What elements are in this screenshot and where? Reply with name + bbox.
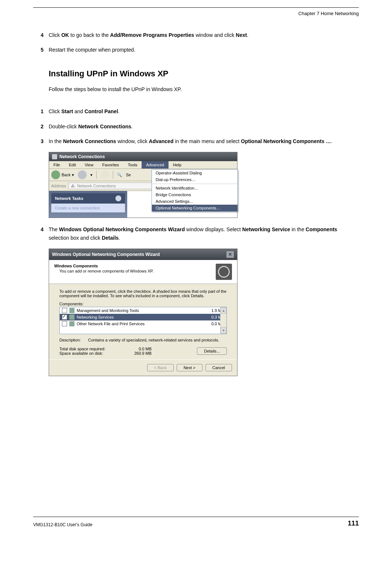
description-label: Description: xyxy=(59,338,85,342)
step-3-xp: 3 In the Network Connections window, cli… xyxy=(33,137,359,145)
dropdown-arrow-icon: ▾ xyxy=(72,173,74,177)
menu-tools[interactable]: Tools xyxy=(124,161,142,169)
component-row-other[interactable]: Other Network File and Print Services 0.… xyxy=(60,320,226,327)
component-icon xyxy=(69,308,74,313)
figure-network-connections: Network Connections File Edit View Favor… xyxy=(49,152,359,218)
address-label: Address xyxy=(51,184,66,188)
menu-edit[interactable]: Edit xyxy=(65,161,80,169)
search-label-partial: Se xyxy=(126,173,131,177)
back-button[interactable]: Back ▾ xyxy=(51,170,74,179)
next-button[interactable]: Next > xyxy=(177,364,202,371)
nc-sidepanel: Network Tasks Create a new connection xyxy=(49,191,127,218)
back-button: < Back xyxy=(147,364,174,371)
search-icon: 🔍 xyxy=(117,173,122,177)
separator xyxy=(113,171,113,179)
wiz-body: To add or remove a component, click the … xyxy=(49,284,237,359)
wiz-disk-stats: Total disk space required: 0.0 MB Space … xyxy=(59,347,197,355)
step-1-xp: 1 Click Start and Control Panel. xyxy=(33,107,359,115)
dd-optional-networking[interactable]: Optional Networking Components… xyxy=(152,205,237,211)
component-icon xyxy=(69,321,74,326)
checkbox[interactable] xyxy=(62,315,67,320)
step-text: Click Start and Control Panel. xyxy=(49,107,359,115)
task-create-connection[interactable]: Create a new connection xyxy=(55,206,100,210)
close-button[interactable]: ✕ xyxy=(226,251,234,258)
section-heading: Installing UPnP in Windows XP xyxy=(49,69,359,79)
step-4-xp: 4 The Windows Optional Networking Compon… xyxy=(33,225,359,242)
collapse-icon xyxy=(115,195,121,201)
details-button[interactable]: Details... xyxy=(197,347,227,355)
address-value: Network Connections xyxy=(77,184,116,188)
dd-bridge-conn[interactable]: Bridge Connections xyxy=(152,191,237,198)
menu-view[interactable]: View xyxy=(80,161,98,169)
dd-operator-assisted[interactable]: Operator-Assisted Dialing xyxy=(152,170,237,176)
stat-required-value: 0.0 MB xyxy=(126,347,152,351)
figure-components-wizard: Windows Optional Networking Components W… xyxy=(49,249,359,376)
step-text: Double-click Network Connections. xyxy=(49,122,359,131)
components-listbox[interactable]: Management and Monitoring Tools 1.9 MB N… xyxy=(59,307,227,334)
step-text: The Windows Optional Networking Componen… xyxy=(49,225,359,242)
wiz-description: Description: Contains a variety of speci… xyxy=(59,338,227,342)
window-icon xyxy=(52,154,57,159)
back-icon xyxy=(51,170,60,179)
step-number: 5 xyxy=(33,46,44,54)
wiz-title: Windows Optional Networking Components W… xyxy=(52,252,160,257)
menu-file[interactable]: File xyxy=(49,161,65,169)
footer-rule xyxy=(33,517,359,517)
component-icon xyxy=(69,315,74,320)
dropdown-arrow-icon: ▾ xyxy=(90,173,93,177)
scrollbar[interactable]: ▴ ▾ xyxy=(220,307,226,334)
stat-required-label: Total disk space required: xyxy=(59,347,126,351)
menu-advanced[interactable]: Advanced xyxy=(142,161,169,169)
nc-menubar: File Edit View Favorites Tools Advanced … xyxy=(49,161,237,169)
address-icon: 🖧 xyxy=(71,184,75,188)
window-wizard: Windows Optional Networking Components W… xyxy=(49,249,237,376)
dd-adv-settings[interactable]: Advanced Settings… xyxy=(152,198,237,205)
step-number: 4 xyxy=(33,225,44,242)
network-tasks-list: Create a new connection xyxy=(51,204,125,212)
description-text: Contains a variety of specialized, netwo… xyxy=(88,338,219,342)
wiz-instruction: To add or remove a component, click the … xyxy=(59,289,227,298)
top-rule xyxy=(33,7,359,8)
network-tasks-header[interactable]: Network Tasks xyxy=(51,193,125,204)
component-row-mgmt[interactable]: Management and Monitoring Tools 1.9 MB xyxy=(60,307,226,314)
stat-available-value: 260.9 MB xyxy=(126,351,152,355)
wiz-header: Windows Components You can add or remove… xyxy=(49,260,237,284)
step-text: In the Network Connections window, click… xyxy=(49,137,359,145)
wiz-footer: < Back Next > Cancel xyxy=(49,359,237,376)
section-intro: Follow the steps below to install the UP… xyxy=(49,85,359,93)
page-footer: VMG1312-B10C User's Guide 111 xyxy=(33,520,359,527)
component-row-networking[interactable]: Networking Services 0.3 MB xyxy=(60,314,226,320)
checkbox[interactable] xyxy=(62,308,67,313)
scroll-down-icon[interactable]: ▾ xyxy=(221,327,226,334)
cancel-button[interactable]: Cancel xyxy=(205,364,232,371)
scroll-up-icon[interactable]: ▴ xyxy=(221,307,226,314)
menu-help[interactable]: Help xyxy=(169,161,186,169)
wiz-titlebar: Windows Optional Networking Components W… xyxy=(49,249,237,260)
step-5-top: 5 Restart the computer when prompted. xyxy=(33,46,359,54)
dd-network-id[interactable]: Network Identification… xyxy=(152,185,237,191)
stat-available-label: Space available on disk: xyxy=(59,351,126,355)
window-network-connections: Network Connections File Edit View Favor… xyxy=(49,152,237,218)
cd-icon xyxy=(216,264,232,280)
step-number: 1 xyxy=(33,107,44,115)
advanced-dropdown-menu: Operator-Assisted Dialing Dial-up Prefer… xyxy=(152,169,238,212)
step-number: 4 xyxy=(33,31,44,39)
chapter-header: Chapter 7 Home Networking xyxy=(33,11,359,16)
dd-separator xyxy=(152,184,237,184)
step-text: Click OK to go back to the Add/Remove Pr… xyxy=(49,31,359,39)
footer-guide-name: VMG1312-B10C User's Guide xyxy=(33,522,92,527)
nc-title: Network Connections xyxy=(59,154,105,159)
step-text: Restart the computer when prompted. xyxy=(49,46,359,54)
menu-favorites[interactable]: Favorites xyxy=(98,161,123,169)
wiz-header-subtitle: You can add or remove components of Wind… xyxy=(59,269,154,273)
separator xyxy=(96,171,97,179)
forward-button[interactable] xyxy=(78,170,87,179)
step-number: 3 xyxy=(33,137,44,145)
step-number: 2 xyxy=(33,122,44,131)
checkbox[interactable] xyxy=(62,321,67,326)
dd-dialup-prefs[interactable]: Dial-up Preferences… xyxy=(152,176,237,183)
step-4-top: 4 Click OK to go back to the Add/Remove … xyxy=(33,31,359,39)
components-label: Components: xyxy=(59,302,227,306)
up-button[interactable] xyxy=(100,170,109,179)
nc-titlebar: Network Connections xyxy=(49,152,237,161)
